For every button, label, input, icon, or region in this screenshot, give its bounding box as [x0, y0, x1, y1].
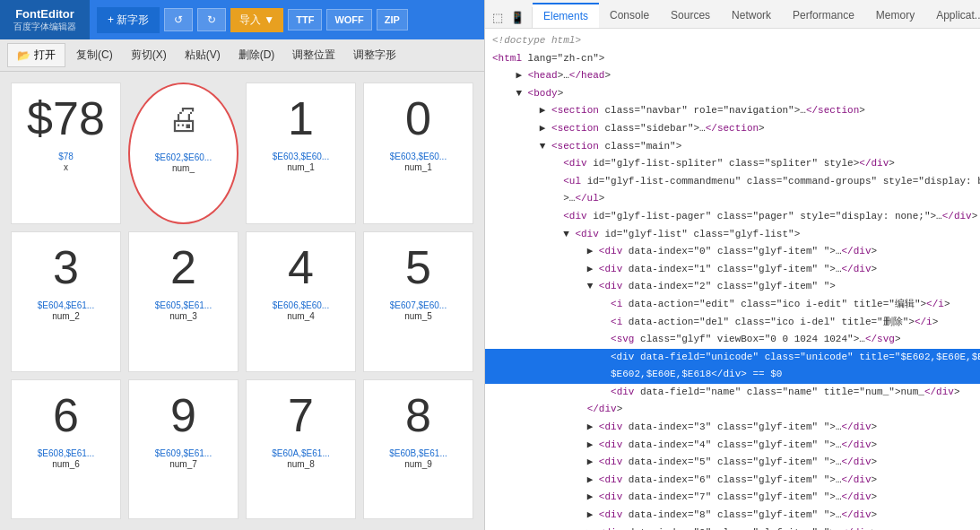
- tree-line[interactable]: $E602,$E60E,$E618</div> == $0: [485, 366, 980, 384]
- glyph-code: $E605,$E61...: [133, 300, 234, 310]
- tree-line-content: ▶ <div data-index="7" class="glyf-item" …: [587, 490, 878, 506]
- tree-line[interactable]: >…</ul>: [485, 190, 980, 208]
- glyph-name: num_: [172, 163, 195, 173]
- tree-line[interactable]: <div data-field="unicode" class="unicode…: [485, 349, 980, 367]
- indent-space: [492, 315, 611, 331]
- glyph-item[interactable]: 5$E607,$E60...num_5: [363, 231, 473, 371]
- glyph-char: 1: [250, 87, 351, 150]
- tree-line[interactable]: <div data-field="name" class="name" titl…: [485, 384, 980, 402]
- glyph-char: 2: [133, 236, 234, 299]
- tab-applicat[interactable]: Applicat...: [925, 3, 980, 28]
- tree-line[interactable]: ▶ <div data-index="5" class="glyf-item" …: [485, 454, 980, 472]
- tab-network[interactable]: Network: [721, 3, 782, 28]
- tab-performance[interactable]: Performance: [782, 3, 865, 28]
- glyph-item[interactable]: 6$E608,$E61...num_6: [11, 379, 121, 519]
- import-button[interactable]: 导入 ▼: [230, 8, 283, 32]
- cut-button[interactable]: 剪切(X): [124, 44, 174, 66]
- open-label: 打开: [34, 48, 56, 63]
- tree-line-content: <ul id="glyf-list-commandmenu" class="co…: [563, 174, 980, 190]
- tree-line[interactable]: ▼ <div data-index="2" class="glyf-item" …: [485, 278, 980, 296]
- tree-line-content: <svg class="glyf" viewBox="0 0 1024 1024…: [611, 332, 900, 348]
- glyph-item[interactable]: 3$E604,$E61...num_2: [11, 231, 121, 371]
- tree-line[interactable]: ▶ <section class="navbar" role="navigati…: [485, 102, 980, 120]
- tree-line[interactable]: ▼ <div id="glyf-list" class="glyf-list">: [485, 226, 980, 244]
- adjust-position-button[interactable]: 调整位置: [285, 44, 343, 66]
- tree-line-content: ▼ <div id="glyf-list" class="glyf-list">: [563, 227, 800, 243]
- ttf-button[interactable]: TTF: [288, 9, 322, 30]
- glyph-char: 3: [15, 236, 117, 299]
- copy-button[interactable]: 复制(C): [69, 44, 120, 66]
- tree-line[interactable]: <i data-action="del" class="ico i-del" t…: [485, 314, 980, 332]
- glyph-code: $E608,$E61...: [15, 448, 117, 458]
- glyph-name: num_2: [52, 311, 80, 321]
- glyph-char: 5: [368, 236, 469, 299]
- tree-line-content: ▼ <section class="main">: [540, 139, 681, 155]
- devtools-tab-bar: ⬚ 📱 ElementsConsoleSourcesNetworkPerform…: [485, 0, 980, 29]
- tab-sources[interactable]: Sources: [660, 3, 721, 28]
- new-glyph-button[interactable]: + 新字形: [97, 7, 160, 33]
- tree-line-content: ▶ <div data-index="9" class="glyf-item" …: [587, 526, 878, 530]
- tree-line[interactable]: ▶ <div data-index="8" class="glyf-item" …: [485, 507, 980, 525]
- zip-button[interactable]: ZIP: [377, 9, 408, 30]
- tree-line-content: ▶ <section class="sidebar">…</section>: [540, 121, 765, 137]
- glyph-grid: $78$78x🖨$E602,$E60...num_1$E603,$E60...n…: [0, 72, 484, 530]
- glyph-code: $E60B,$E61...: [368, 448, 469, 458]
- glyph-item[interactable]: 2$E605,$E61...num_3: [128, 231, 238, 371]
- tree-line[interactable]: <!doctype html>: [485, 32, 980, 50]
- tree-line[interactable]: ▶ <section class="sidebar">…</section>: [485, 120, 980, 138]
- tree-line[interactable]: ▶ <div data-index="4" class="glyf-item" …: [485, 437, 980, 455]
- indent-space: [492, 227, 563, 243]
- indent-space: [492, 297, 611, 313]
- tree-line[interactable]: ▶ <div data-index="1" class="glyf-item" …: [485, 261, 980, 279]
- indent-space: [492, 526, 587, 530]
- undo-button[interactable]: ↺: [164, 8, 193, 31]
- glyph-item[interactable]: $78$78x: [11, 83, 121, 224]
- tree-line[interactable]: ▶ <div data-index="9" class="glyf-item" …: [485, 525, 980, 530]
- adjust-glyph-button[interactable]: 调整字形: [346, 44, 403, 66]
- tree-line[interactable]: ▶ <div data-index="3" class="glyf-item" …: [485, 419, 980, 437]
- glyph-char: 0: [368, 87, 469, 150]
- glyph-item[interactable]: 🖨$E602,$E60...num_: [128, 83, 238, 224]
- glyph-item[interactable]: 7$E60A,$E61...num_8: [246, 379, 356, 519]
- glyph-name: num_7: [169, 459, 197, 469]
- glyph-code: $E609,$E61...: [133, 448, 234, 458]
- delete-button[interactable]: 删除(D): [231, 44, 282, 66]
- edit-toolbar: 📂 打开 复制(C) 剪切(X) 粘贴(V) 删除(D) 调整位置 调整字形: [0, 39, 484, 72]
- tree-line[interactable]: <ul id="glyf-list-commandmenu" class="co…: [485, 173, 980, 191]
- glyph-item[interactable]: 8$E60B,$E61...num_9: [363, 379, 473, 519]
- tab-console[interactable]: Console: [599, 3, 660, 28]
- tree-line-content: ▶ <div data-index="3" class="glyf-item" …: [587, 420, 878, 436]
- tree-line[interactable]: ▶ <div data-index="0" class="glyf-item" …: [485, 243, 980, 261]
- tree-line-content: <div id="glyf-list-spliter" class="split…: [563, 156, 895, 172]
- tree-line[interactable]: <div id="glyf-list-spliter" class="split…: [485, 155, 980, 173]
- tree-line[interactable]: <html lang="zh-cn">: [485, 50, 980, 68]
- tree-line-content: ▶ <div data-index="6" class="glyf-item" …: [587, 473, 878, 489]
- glyph-char: 6: [15, 384, 117, 447]
- tree-line[interactable]: <i data-action="edit" class="ico i-edit"…: [485, 296, 980, 314]
- tree-line[interactable]: ▶ <div data-index="7" class="glyf-item" …: [485, 489, 980, 507]
- glyph-item[interactable]: 4$E606,$E60...num_4: [246, 231, 356, 371]
- glyph-item[interactable]: 1$E603,$E60...num_1: [246, 83, 356, 224]
- tab-elements[interactable]: Elements: [533, 3, 599, 28]
- tree-line[interactable]: ▼ <section class="main">: [485, 138, 980, 156]
- inspect-element-icon[interactable]: ⬚: [489, 7, 507, 28]
- woff-button[interactable]: WOFF: [326, 9, 371, 30]
- glyph-item[interactable]: 9$E609,$E61...num_7: [128, 379, 238, 519]
- open-button[interactable]: 📂 打开: [7, 43, 65, 67]
- tree-line[interactable]: <div id="glyf-list-pager" class="pager" …: [485, 208, 980, 226]
- device-toolbar-icon[interactable]: 📱: [507, 7, 528, 28]
- logo-area: FontEditor 百度字体编辑器: [0, 0, 90, 39]
- tree-line[interactable]: ▶ <div data-index="6" class="glyf-item" …: [485, 472, 980, 490]
- redo-button[interactable]: ↻: [197, 8, 226, 31]
- tree-line[interactable]: <svg class="glyf" viewBox="0 0 1024 1024…: [485, 331, 980, 349]
- tree-line[interactable]: ▶ <head>…</head>: [485, 67, 980, 85]
- tree-line-content: ▶ <div data-index="0" class="glyf-item" …: [587, 244, 878, 260]
- glyph-item[interactable]: 0$E603,$E60...num_1: [363, 83, 473, 224]
- tab-memory[interactable]: Memory: [865, 3, 925, 28]
- tree-line[interactable]: ▼ <body>: [485, 85, 980, 103]
- html-tree: <!doctype html><html lang="zh-cn"> ▶ <he…: [485, 29, 980, 530]
- glyph-code: $E60A,$E61...: [250, 448, 351, 458]
- glyph-name: x: [64, 162, 68, 172]
- paste-button[interactable]: 粘贴(V): [178, 44, 228, 66]
- tree-line[interactable]: </div>: [485, 401, 980, 419]
